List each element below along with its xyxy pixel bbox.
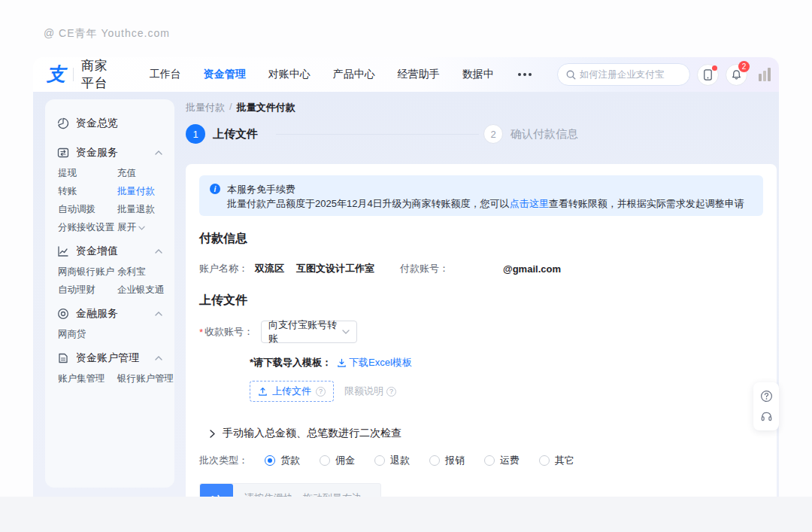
sidebar-item-funds-overview[interactable]: 资金总览 xyxy=(57,116,162,131)
step-number: 2 xyxy=(483,124,503,144)
nav-data-center[interactable]: 数据中 xyxy=(462,68,494,81)
brand-title: 商家平台 xyxy=(81,57,121,92)
search-input[interactable] xyxy=(577,69,690,80)
main-content: 批量付款 / 批量文件付款 1 上传文件 2 确认付款信息 i 本服务免手续费 … xyxy=(186,92,779,497)
step-upload-file: 1 上传文件 xyxy=(186,124,258,144)
sidebar-item-batch-payment[interactable]: 批量付款 xyxy=(117,185,162,198)
payee-account-select[interactable]: 向支付宝账号转账 xyxy=(261,321,357,343)
section-header-funds-services[interactable]: 资金服务 xyxy=(57,145,162,160)
sidebar-label: 资金服务 xyxy=(76,146,118,160)
sidebar-item-split-receive-settings[interactable]: 分账接收设置 xyxy=(58,221,117,234)
expand-label: 展开 xyxy=(117,221,136,234)
banner-line2: 批量付款产品额度于2025年12月4日升级为商家转账额度，您可以点击这里查看转账… xyxy=(227,196,744,211)
step-confirm-payment: 2 确认付款信息 xyxy=(483,124,578,144)
nav-product-center[interactable]: 产品中心 xyxy=(333,68,375,81)
nav-reconciliation-center[interactable]: 对账中心 xyxy=(268,68,311,81)
limit-info-link[interactable]: 限额说明 ? xyxy=(344,385,396,398)
download-icon xyxy=(337,358,347,368)
sidebar-item-enterprise-yinzhitong[interactable]: 企业银支通 xyxy=(117,284,165,296)
download-template-link[interactable]: 下载Excel模板 xyxy=(337,356,412,369)
section-header-financial-services[interactable]: 金融服务 xyxy=(57,306,162,321)
radio-reimbursement[interactable]: 报销 xyxy=(429,454,465,467)
app-window: 支 商家平台 工作台 资金管理 对账中心 产品中心 经营助手 数据中 A\ 搜索 xyxy=(33,57,779,497)
sidebar-item-auto-invest[interactable]: 自动理财 xyxy=(58,284,117,296)
notice-banner: i 本服务免手续费 批量付款产品额度于2025年12月4日升级为商家转账额度，您… xyxy=(199,175,763,216)
radio-goods-payment[interactable]: 货款 xyxy=(265,454,300,467)
radio-other[interactable]: 其它 xyxy=(539,454,574,467)
sidebar-section-funds-growth: 资金增值 网商银行账户 余利宝 自动理财 企业银支通 xyxy=(57,244,162,296)
sidebar-item-batch-refund[interactable]: 批量退款 xyxy=(117,203,162,216)
step-number: 1 xyxy=(186,124,205,144)
notification-dot xyxy=(712,65,717,71)
account-name-value: 双流区 xyxy=(255,262,284,275)
radio-shipping-fee[interactable]: 运费 xyxy=(484,454,520,467)
chevron-up-icon xyxy=(155,356,162,360)
sidebar-label: 金融服务 xyxy=(76,307,118,321)
headset-icon xyxy=(760,410,773,423)
alipay-logo-icon: 支 xyxy=(47,65,65,84)
sidebar-item-account-set-mgmt[interactable]: 账户集管理 xyxy=(58,372,117,385)
sidebar-item-bank-account-mgmt[interactable]: 银行账户管理 xyxy=(117,372,174,385)
main-nav: 工作台 资金管理 对账中心 产品中心 经营助手 数据中 xyxy=(150,68,532,81)
banner-line1: 本服务免手续费 xyxy=(227,182,744,196)
nav-more-icon[interactable] xyxy=(518,73,532,76)
upload-row: 上传文件 ? 限额说明 ? xyxy=(250,381,763,402)
sidebar-item-recharge[interactable]: 充值 xyxy=(117,167,162,180)
required-mark: * xyxy=(199,327,203,338)
click-here-link[interactable]: 点击这里 xyxy=(510,198,549,209)
sidebar-item-mybank-account[interactable]: 网商银行账户 xyxy=(58,266,117,278)
section-header-funds-account-mgmt[interactable]: 资金账户管理 xyxy=(57,351,162,366)
breadcrumb-parent[interactable]: 批量付款 xyxy=(186,101,225,114)
captcha-slider: 请按住滑块，拖动到最右边 xyxy=(199,483,381,497)
section-header-funds-growth[interactable]: 资金增值 xyxy=(57,244,162,259)
notification-badge: 2 xyxy=(738,61,750,72)
nav-funds-management[interactable]: 资金管理 xyxy=(204,68,246,81)
sidebar-item-yulibao[interactable]: 余利宝 xyxy=(117,266,165,278)
breadcrumb-current: 批量文件付款 xyxy=(237,101,295,114)
sidebar-item-transfer[interactable]: 转账 xyxy=(58,185,117,198)
manual-check-toggle[interactable]: 手动输入总金额、总笔数进行二次检查 xyxy=(210,426,763,441)
content-card: i 本服务免手续费 批量付款产品额度于2025年12月4日升级为商家转账额度，您… xyxy=(186,164,777,497)
chevron-up-icon xyxy=(155,249,162,254)
account-name-value-2: 互图文设计工作室 xyxy=(296,262,374,275)
sidebar-item-mybank-loan[interactable]: 网商贷 xyxy=(58,328,117,341)
payment-info-fields: 账户名称： 双流区 互图文设计工作室 付款账号： @gmail.com xyxy=(199,262,763,275)
step-label: 确认付款信息 xyxy=(511,127,578,141)
payment-info-title: 付款信息 xyxy=(199,232,763,245)
radio-refund[interactable]: 退款 xyxy=(374,454,410,467)
help-button[interactable] xyxy=(760,390,773,403)
upload-file-title: 上传文件 xyxy=(199,293,763,307)
batch-type-row: 批次类型： 货款 佣金 退款 报销 运费 其它 xyxy=(199,453,763,468)
radio-icon xyxy=(484,455,495,466)
sidebar-item-withdraw[interactable]: 提现 xyxy=(58,167,117,180)
help-icon[interactable]: ? xyxy=(316,387,326,397)
banner-text: 批量付款产品额度于2025年12月4日升级为商家转账额度，您可以 xyxy=(227,198,510,209)
customer-service-button[interactable] xyxy=(760,410,773,423)
payer-account-label: 付款账号： xyxy=(400,262,449,275)
upload-file-button[interactable]: 上传文件 ? xyxy=(250,381,334,402)
floating-help-panel xyxy=(753,382,779,430)
radio-icon xyxy=(539,455,550,466)
search-bar: A\ 搜索 xyxy=(557,63,690,86)
radio-commission[interactable]: 佣金 xyxy=(320,454,355,467)
pie-chart-icon xyxy=(57,117,69,129)
chevron-up-icon xyxy=(155,312,162,316)
mobile-app-button[interactable] xyxy=(697,64,719,86)
radio-icon xyxy=(429,455,440,466)
shop-stats-icon[interactable] xyxy=(758,68,773,81)
banner-text: 查看转账限额，并根据实际需求发起调整申请 xyxy=(549,198,744,209)
radio-icon xyxy=(320,455,330,466)
limit-label: 限额说明 xyxy=(344,385,383,398)
help-icon[interactable]: ? xyxy=(386,387,396,397)
slider-handle[interactable] xyxy=(200,484,233,497)
notifications-button[interactable]: 2 xyxy=(726,64,747,86)
nav-business-assistant[interactable]: 经营助手 xyxy=(398,68,440,81)
step-label: 上传文件 xyxy=(213,127,258,141)
template-label: *请下载导入模板： xyxy=(250,356,332,369)
chevron-right-icon xyxy=(210,430,215,438)
watermark: @ CE青年 Youthce.com xyxy=(44,27,170,41)
sidebar-item-expand[interactable]: 展开 xyxy=(117,221,162,234)
sidebar-item-auto-allocation[interactable]: 自动调拨 xyxy=(58,203,117,216)
transfer-icon xyxy=(57,147,69,159)
nav-workbench[interactable]: 工作台 xyxy=(150,68,181,81)
